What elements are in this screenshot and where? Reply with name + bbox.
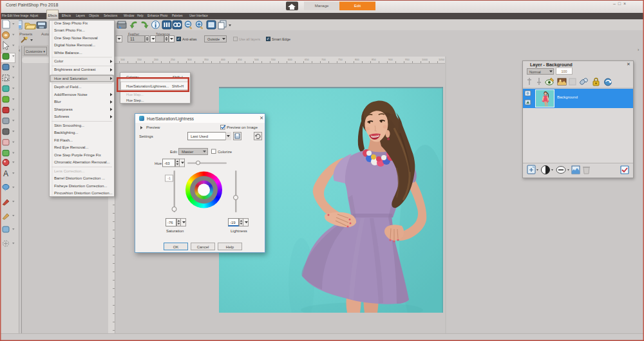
svg-text:900: 900 [388, 58, 393, 61]
svg-text:1050: 1050 [439, 58, 445, 61]
svg-text:300: 300 [187, 58, 192, 61]
svg-text:550: 550 [271, 58, 276, 61]
svg-text:650: 650 [305, 58, 309, 61]
svg-text:100: 100 [120, 58, 125, 61]
svg-text:400: 400 [221, 58, 225, 61]
svg-text:150: 150 [137, 58, 142, 61]
svg-text:850: 850 [372, 58, 376, 61]
svg-text:600: 600 [288, 58, 292, 61]
svg-text:750: 750 [338, 58, 343, 61]
svg-text:450: 450 [238, 58, 242, 61]
svg-text:1000: 1000 [422, 58, 428, 61]
svg-text:350: 350 [204, 58, 209, 61]
svg-text:A: A [3, 169, 8, 178]
svg-text:200: 200 [154, 58, 158, 61]
svg-text:250: 250 [171, 58, 175, 61]
svg-text:700: 700 [321, 58, 326, 61]
svg-text:800: 800 [355, 58, 359, 61]
svg-text:500: 500 [254, 58, 259, 61]
svg-text:950: 950 [405, 58, 410, 61]
